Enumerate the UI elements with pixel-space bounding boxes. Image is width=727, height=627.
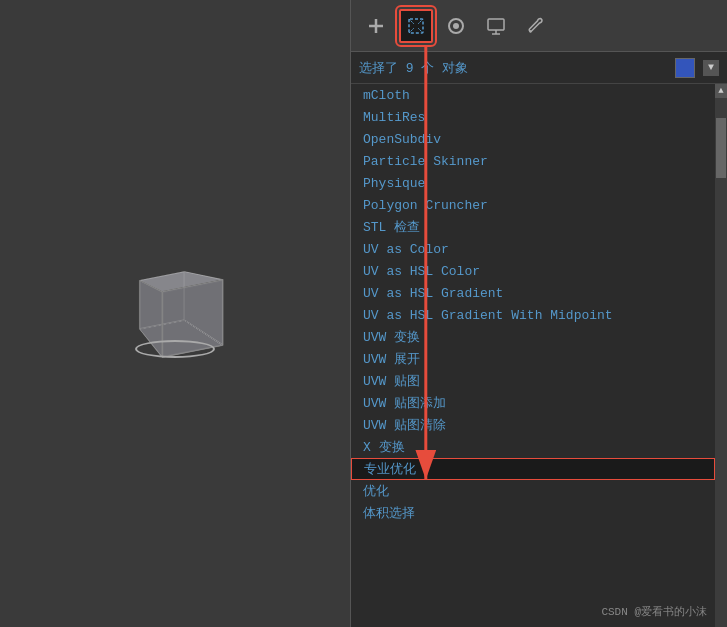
select-region-icon: [406, 16, 426, 36]
watermark: CSDN @爱看书的小沫: [601, 604, 707, 619]
scroll-up-arrow[interactable]: ▲: [715, 84, 727, 98]
svg-rect-9: [488, 19, 504, 30]
add-button[interactable]: [359, 9, 393, 43]
dropdown-indicator[interactable]: ▼: [703, 60, 719, 76]
list-item[interactable]: UVW 贴图清除: [351, 414, 715, 436]
modifier-list-container: mClothMultiResOpenSubdivParticle Skinner…: [351, 84, 727, 627]
list-item[interactable]: UV as HSL Gradient: [351, 282, 715, 304]
monitor-icon: [486, 16, 506, 36]
list-item[interactable]: UVW 变换: [351, 326, 715, 348]
plus-icon: [366, 16, 386, 36]
list-item[interactable]: UVW 贴图: [351, 370, 715, 392]
settings-button[interactable]: [519, 9, 553, 43]
cube-mesh: [149, 274, 201, 341]
list-item[interactable]: 优化: [351, 480, 715, 502]
circle-tool-button[interactable]: [439, 9, 473, 43]
status-text: 选择了 9 个 对象: [359, 59, 667, 77]
list-item[interactable]: X 变换: [351, 436, 715, 458]
wrench-icon: [526, 16, 546, 36]
right-panel: 选择了 9 个 对象 ▼ mClothMultiResOpenSubdivPar…: [350, 0, 727, 627]
list-item[interactable]: UV as HSL Color: [351, 260, 715, 282]
list-item[interactable]: OpenSubdiv: [351, 128, 715, 150]
color-swatch[interactable]: [675, 58, 695, 78]
list-item[interactable]: UV as Color: [351, 238, 715, 260]
scrollbar[interactable]: ▲: [715, 84, 727, 627]
list-item[interactable]: UVW 展开: [351, 348, 715, 370]
list-item[interactable]: Physique: [351, 172, 715, 194]
status-bar: 选择了 9 个 对象 ▼: [351, 52, 727, 84]
list-item[interactable]: STL 检查: [351, 216, 715, 238]
svg-point-12: [529, 30, 531, 32]
list-item[interactable]: mCloth: [351, 84, 715, 106]
list-item[interactable]: UV as HSL Gradient With Midpoint: [351, 304, 715, 326]
monitor-button[interactable]: [479, 9, 513, 43]
list-item[interactable]: 体积选择: [351, 502, 715, 524]
list-item[interactable]: 专业优化: [351, 458, 715, 480]
scroll-thumb[interactable]: [716, 118, 726, 178]
list-item[interactable]: UVW 贴图添加: [351, 392, 715, 414]
circle-icon: [446, 16, 466, 36]
toolbar: [351, 0, 727, 52]
cube-object: [145, 278, 205, 338]
modifier-list[interactable]: mClothMultiResOpenSubdivParticle Skinner…: [351, 84, 715, 627]
list-item[interactable]: Particle Skinner: [351, 150, 715, 172]
select-region-button[interactable]: [399, 9, 433, 43]
3d-viewport: [0, 0, 350, 627]
svg-rect-2: [409, 19, 423, 33]
selection-ring: [135, 340, 215, 358]
svg-point-8: [453, 23, 459, 29]
list-item[interactable]: MultiRes: [351, 106, 715, 128]
list-item[interactable]: Polygon Cruncher: [351, 194, 715, 216]
